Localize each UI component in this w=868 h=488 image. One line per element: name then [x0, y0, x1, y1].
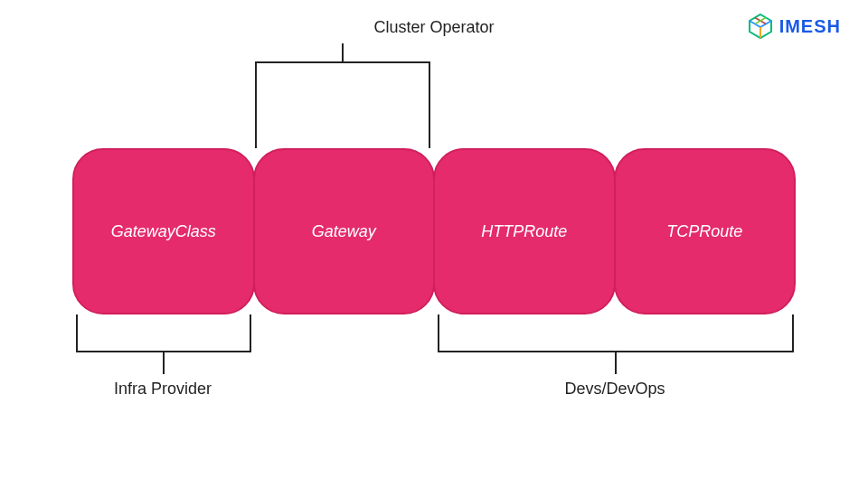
box-label: GatewayClass	[111, 222, 216, 241]
bl-riser-right	[250, 314, 251, 327]
box-label: HTTPRoute	[481, 222, 567, 241]
top-bracket	[255, 61, 430, 87]
bottom-left-stem	[163, 352, 165, 374]
box-label: Gateway	[312, 222, 376, 241]
box-tcproute: TCPRoute	[614, 148, 797, 314]
top-label-cluster-operator: Cluster Operator	[0, 18, 868, 37]
bl-riser-left	[76, 314, 78, 327]
top-bracket-right-drop	[429, 87, 430, 148]
br-riser-left	[438, 314, 439, 327]
bottom-right-bracket	[438, 327, 794, 352]
bottom-right-label: Devs/DevOps	[561, 380, 669, 399]
top-bracket-left-drop	[255, 87, 257, 148]
box-gateway: Gateway	[253, 148, 436, 314]
box-label: TCPRoute	[666, 222, 742, 241]
br-riser-right	[792, 314, 794, 327]
bottom-left-bracket	[76, 327, 251, 352]
bottom-right-stem	[615, 352, 617, 374]
bottom-left-label: Infra Provider	[108, 380, 217, 399]
box-httproute: HTTPRoute	[433, 148, 616, 314]
top-bracket-stem	[342, 43, 344, 61]
box-gatewayclass: GatewayClass	[72, 148, 255, 314]
box-row: GatewayClass Gateway HTTPRoute TCPRoute	[72, 148, 796, 314]
